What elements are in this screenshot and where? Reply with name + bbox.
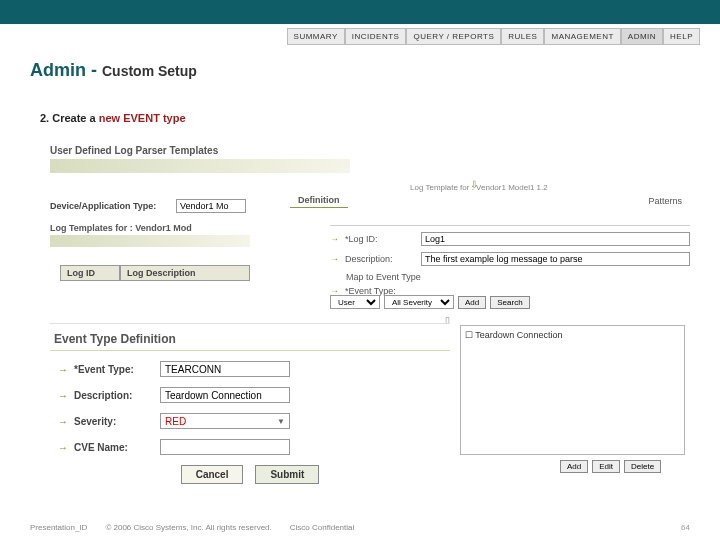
log-table-header: Log ID Log Description <box>60 265 250 281</box>
nav-rules[interactable]: RULES <box>501 28 544 45</box>
down-arrow-icon: ⇩ <box>470 179 478 190</box>
cancel-button[interactable]: Cancel <box>181 465 244 484</box>
nav-management[interactable]: MANAGEMENT <box>544 28 620 45</box>
nav-summary[interactable]: SUMMARY <box>287 28 345 45</box>
logid-label: *Log ID: <box>345 234 415 244</box>
logid-input[interactable] <box>421 232 690 246</box>
arrow-icon: → <box>330 234 339 244</box>
footer-confidential: Cisco Confidential <box>290 523 354 532</box>
section-user-defined: User Defined Log Parser Templates <box>50 145 350 173</box>
chevron-down-icon: ▼ <box>277 417 285 426</box>
footer-copyright: © 2006 Cisco Systems, Inc. All rights re… <box>105 523 271 532</box>
def-cvename-label: CVE Name: <box>74 442 154 453</box>
main-nav: SUMMARY INCIDENTS QUERY / REPORTS RULES … <box>287 28 700 45</box>
event-type-list[interactable]: ☐ Teardown Connection <box>460 325 685 455</box>
def-severity-select[interactable]: RED ▼ <box>160 413 290 429</box>
def-eventtype-input[interactable] <box>160 361 290 377</box>
footer-presentation-id: Presentation_ID <box>30 523 87 532</box>
nav-help[interactable]: HELP <box>663 28 700 45</box>
panel-area: User Defined Log Parser Templates Log Te… <box>30 145 690 485</box>
nav-query-reports[interactable]: QUERY / REPORTS <box>406 28 501 45</box>
filter-user-select[interactable]: User <box>330 295 380 309</box>
def-description-label: Description: <box>74 390 154 401</box>
step-number: 2. <box>40 112 49 124</box>
arrow-icon: → <box>58 416 68 427</box>
step-text: Create a <box>52 112 98 124</box>
arrow-icon: → <box>330 254 339 264</box>
list-delete-button[interactable]: Delete <box>624 460 661 473</box>
nav-admin[interactable]: ADMIN <box>621 28 663 45</box>
map-label: Map to Event Type <box>346 272 690 282</box>
list-edit-button[interactable]: Edit <box>592 460 620 473</box>
tab-definition[interactable]: Definition <box>290 193 348 208</box>
title-dash: - <box>86 60 102 80</box>
def-header: Event Type Definition <box>50 332 450 351</box>
filter-add-button[interactable]: Add <box>458 296 486 309</box>
def-description-input[interactable] <box>160 387 290 403</box>
page-title: Admin - Custom Setup <box>30 60 197 81</box>
gradient-bar <box>50 159 350 173</box>
filter-search-button[interactable]: Search <box>490 296 529 309</box>
def-eventtype-label: *Event Type: <box>74 364 154 375</box>
filter-severity-select[interactable]: All Severity <box>384 295 454 309</box>
desc-label: Description: <box>345 254 415 264</box>
step-instruction: 2. Create a new EVENT type <box>40 112 186 124</box>
event-row[interactable]: ☐ Teardown Connection <box>465 330 680 340</box>
step-highlight: new EVENT type <box>99 112 186 124</box>
arrow-icon: → <box>58 442 68 453</box>
list-action-buttons: Add Edit Delete <box>560 460 661 473</box>
list-add-button[interactable]: Add <box>560 460 588 473</box>
title-main: Admin <box>30 60 86 80</box>
filter-row: User All Severity Add Search <box>330 295 530 309</box>
th-logid: Log ID <box>60 265 120 281</box>
event-type-definition-panel: Event Type Definition → *Event Type: → D… <box>50 323 450 492</box>
footer: Presentation_ID © 2006 Cisco Systems, In… <box>30 523 690 532</box>
desc-input[interactable] <box>421 252 690 266</box>
nav-incidents[interactable]: INCIDENTS <box>345 28 407 45</box>
top-caption: Log Template for : Vendor1 Model1 1.2 <box>410 183 548 192</box>
def-cvename-input[interactable] <box>160 439 290 455</box>
device-type-input[interactable] <box>176 199 246 213</box>
tab-patterns[interactable]: Patterns <box>640 194 690 208</box>
definition-tabs: Definition Patterns <box>290 193 690 208</box>
top-bar <box>0 0 720 24</box>
log-detail-box: → *Log ID: → Description: Map to Event T… <box>330 225 690 302</box>
gradient-bar-2 <box>50 235 250 247</box>
log-templates-label: Log Templates for : Vendor1 Mod <box>50 223 192 233</box>
th-logdesc: Log Description <box>120 265 250 281</box>
def-severity-value: RED <box>165 416 186 427</box>
device-type-row: Device/Application Type: <box>50 199 246 213</box>
title-sub: Custom Setup <box>102 63 197 79</box>
section-label: User Defined Log Parser Templates <box>50 145 350 156</box>
footer-page-number: 64 <box>681 523 690 532</box>
arrow-icon: → <box>58 390 68 401</box>
submit-button[interactable]: Submit <box>255 465 319 484</box>
device-type-label: Device/Application Type: <box>50 201 170 211</box>
def-severity-label: Severity: <box>74 416 154 427</box>
arrow-icon: → <box>58 364 68 375</box>
